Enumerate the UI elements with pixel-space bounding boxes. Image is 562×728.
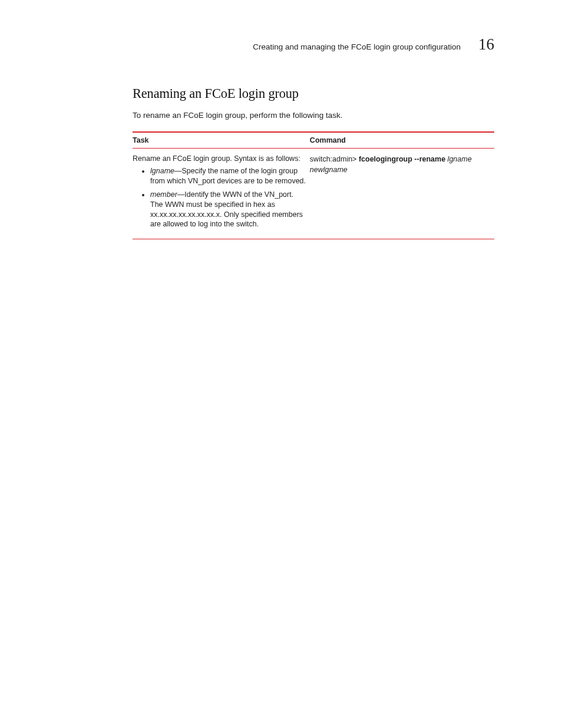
section-intro: To rename an FCoE login group, perform t… — [133, 111, 494, 120]
cmd-keyword: fcoelogingroup --rename — [359, 155, 445, 163]
syntax-term: member — [150, 190, 177, 199]
list-item: lgname—Specify the name of the login gro… — [150, 166, 306, 186]
cmd-prompt: switch:admin> — [310, 155, 359, 163]
header-title: Creating and managing the FCoE login gro… — [253, 42, 461, 51]
task-cell: Rename an FCoE login group. Syntax is as… — [133, 149, 310, 239]
syntax-list: lgname—Specify the name of the login gro… — [133, 166, 306, 229]
col-header-task: Task — [133, 132, 310, 149]
task-table: Task Command Rename an FCoE login group.… — [133, 131, 494, 239]
task-intro: Rename an FCoE login group. Syntax is as… — [133, 154, 306, 163]
col-header-command: Command — [310, 132, 494, 149]
page: Creating and managing the FCoE login gro… — [0, 0, 562, 275]
section-heading: Renaming an FCoE login group — [133, 86, 494, 101]
page-header: Creating and managing the FCoE login gro… — [133, 35, 494, 54]
cmd-arg: newlgname — [310, 166, 348, 174]
command-cell: switch:admin> fcoelogingroup --rename lg… — [310, 149, 494, 239]
cmd-arg: lgname — [445, 155, 471, 163]
chapter-number: 16 — [478, 35, 494, 54]
table-row: Rename an FCoE login group. Syntax is as… — [133, 149, 494, 239]
syntax-term: lgname — [150, 167, 174, 175]
list-item: member—Identify the WWN of the VN_port. … — [150, 190, 306, 230]
